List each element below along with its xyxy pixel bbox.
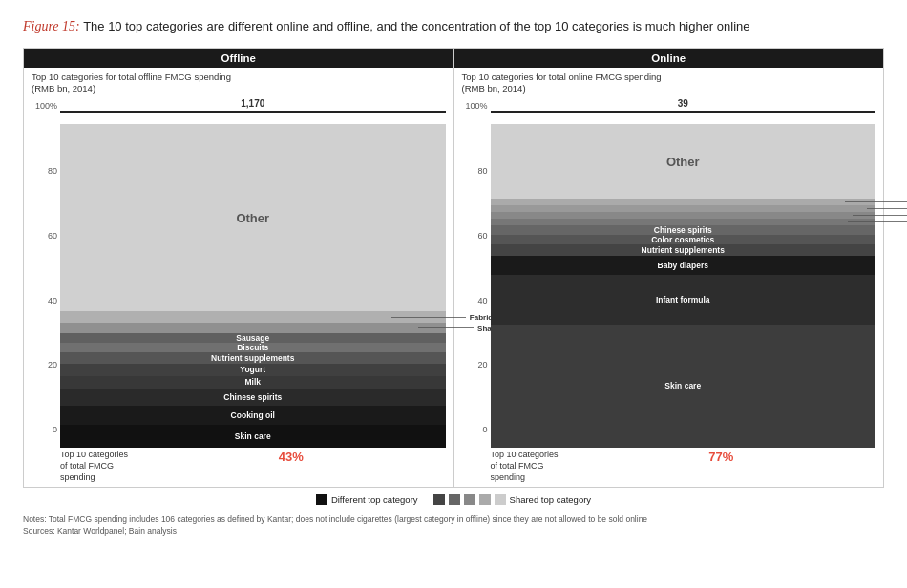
legend-box-different bbox=[316, 494, 327, 505]
offline-seg-fabricdet: Fabric detergent bbox=[60, 311, 446, 323]
y-label-60: 60 bbox=[32, 232, 60, 241]
y-label-20: 20 bbox=[32, 361, 60, 369]
online-seg-other: Other bbox=[491, 124, 876, 199]
offline-seg-milk: Milk bbox=[60, 376, 446, 389]
offline-seg-other: Other bbox=[60, 124, 446, 311]
offline-total-label: 1,170 bbox=[60, 98, 446, 111]
title-text: The 10 top categories are different onli… bbox=[80, 19, 750, 33]
legend-box-shared-5 bbox=[495, 494, 506, 505]
online-pct-label: Top 10 categoriesof total FMCG spending bbox=[491, 450, 567, 483]
y-label-0: 0 bbox=[32, 426, 60, 434]
offline-subtitle: Top 10 categories for total offline FMCG… bbox=[24, 68, 454, 95]
legend-box-shared-1 bbox=[433, 494, 445, 505]
online-baseline bbox=[491, 111, 876, 124]
online-total-label: 39 bbox=[491, 98, 876, 111]
offline-seg-shampoo: Shampoo bbox=[60, 323, 446, 332]
online-subtitle: Top 10 categories for total online FMCG … bbox=[454, 68, 884, 95]
online-seg-shampoo: Shampoo bbox=[491, 219, 876, 225]
y-label-100: 100% bbox=[32, 102, 60, 111]
offline-bottom: Top 10 categoriesof total FMCG spending … bbox=[24, 448, 454, 487]
online-seg-biscuits: Biscuits bbox=[491, 212, 876, 219]
offline-seg-skincare: Skin care bbox=[60, 425, 446, 448]
legend-shared-label: Shared top category bbox=[510, 494, 592, 505]
offline-header: Offline bbox=[24, 49, 454, 68]
online-chart-area: 0 20 40 60 80 100% 39 Skin care Infant f… bbox=[454, 94, 884, 448]
online-panel: Online Top 10 categories for total onlin… bbox=[454, 49, 884, 488]
y-label-0-on: 0 bbox=[462, 426, 491, 434]
offline-baseline bbox=[60, 111, 446, 124]
y-label-80-on: 80 bbox=[462, 167, 491, 176]
offline-chart-area: 0 20 40 60 80 100% 1,170 Skin care Cooki… bbox=[24, 94, 454, 448]
legend-box-shared-2 bbox=[449, 494, 460, 505]
notes-line2: Sources: Kantar Worldpanel; Bain analysi… bbox=[23, 526, 884, 537]
online-bar-container: 39 Skin care Infant formula Baby diapers… bbox=[491, 98, 876, 448]
offline-y-axis: 0 20 40 60 80 100% bbox=[32, 98, 60, 448]
offline-pct-value: 43% bbox=[137, 450, 446, 483]
offline-pct-label: Top 10 categoriesof total FMCG spending bbox=[60, 450, 137, 483]
legend-row: Different top category Shared top catego… bbox=[23, 488, 884, 509]
online-header: Online bbox=[454, 49, 884, 68]
y-label-20-on: 20 bbox=[462, 361, 491, 369]
offline-seg-nutrient: Nutrient supplements bbox=[60, 352, 446, 364]
online-bottom: Top 10 categoriesof total FMCG spending … bbox=[454, 448, 884, 487]
online-seg-milk: Milk bbox=[491, 205, 876, 212]
figure-label: Figure 15: bbox=[23, 19, 80, 33]
offline-seg-sausage: Sausage bbox=[60, 333, 446, 343]
online-seg-chocolate: Chocolate bbox=[491, 199, 876, 205]
online-seg-nutrient: Nutrient supplements bbox=[491, 244, 876, 256]
offline-seg-chinesespirits: Chinese spirits bbox=[60, 388, 446, 405]
legend-different-label: Different top category bbox=[331, 494, 418, 505]
legend-different: Different top category bbox=[316, 494, 418, 505]
notes-line1: Notes: Total FMCG spending includes 106 … bbox=[23, 514, 884, 526]
legend-box-shared-4 bbox=[479, 494, 491, 505]
notes: Notes: Total FMCG spending includes 106 … bbox=[23, 509, 884, 537]
legend-shared: Shared top category bbox=[433, 494, 592, 505]
y-label-40-on: 40 bbox=[462, 297, 491, 305]
y-label-80: 80 bbox=[32, 167, 60, 176]
title: Figure 15: The 10 top categories are dif… bbox=[23, 17, 884, 36]
online-seg-skincare: Skin care bbox=[491, 325, 876, 449]
online-bar-stack: Skin care Infant formula Baby diapers Nu… bbox=[491, 111, 876, 448]
online-seg-infantformula: Infant formula bbox=[491, 275, 876, 324]
y-label-100-on: 100% bbox=[462, 102, 491, 111]
y-label-60-on: 60 bbox=[462, 232, 491, 241]
online-y-axis: 0 20 40 60 80 100% bbox=[462, 98, 491, 448]
online-seg-chinesespirits: Chinese spirits bbox=[491, 225, 876, 235]
charts-wrapper: Offline Top 10 categories for total offl… bbox=[23, 48, 884, 489]
offline-seg-cookingoil: Cooking oil bbox=[60, 406, 446, 426]
online-pct-value: 77% bbox=[567, 450, 876, 483]
online-seg-colorcosmetics: Color cosmetics bbox=[491, 235, 876, 244]
offline-bar-stack: Skin care Cooking oil Chinese spirits Mi… bbox=[60, 111, 446, 448]
offline-panel: Offline Top 10 categories for total offl… bbox=[24, 49, 454, 488]
legend-box-shared-3 bbox=[464, 494, 475, 505]
offline-seg-yogurt: Yogurt bbox=[60, 364, 446, 375]
offline-seg-biscuits: Biscuits bbox=[60, 343, 446, 352]
offline-bar-container: 1,170 Skin care Cooking oil Chinese spir… bbox=[60, 98, 446, 448]
online-chocolate-callout: Chocolate bbox=[845, 198, 907, 206]
y-label-40: 40 bbox=[32, 297, 60, 305]
online-seg-babydiapers: Baby diapers bbox=[491, 256, 876, 275]
